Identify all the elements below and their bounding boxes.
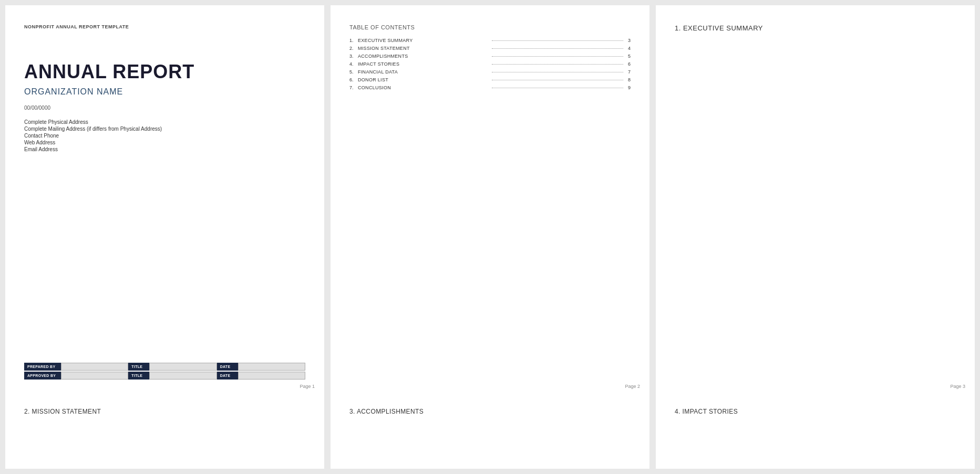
toc-dots (492, 56, 624, 57)
exec-summary-heading: 1. EXECUTIVE SUMMARY (675, 24, 956, 32)
signature-section: PREPARED BY TITLE DATE APPROVED BY TITLE… (24, 363, 305, 380)
toc-item: 1. EXECUTIVE SUMMARY 3 (349, 38, 631, 43)
address-line-2: Complete Mailing Address (if differs fro… (24, 126, 305, 132)
toc-dots (492, 64, 624, 65)
toc-item-num: 7. (349, 85, 358, 90)
page-2: TABLE OF CONTENTS 1. EXECUTIVE SUMMARY 3… (331, 5, 649, 395)
address-line-1: Complete Physical Address (24, 119, 305, 125)
title-value-1 (149, 363, 216, 371)
toc-item: 7. CONCLUSION 9 (349, 85, 631, 90)
toc-item-label: CONCLUSION (358, 85, 490, 90)
toc-item-num: 3. (349, 54, 358, 59)
page-3: 1. EXECUTIVE SUMMARY Page 3 (656, 5, 975, 395)
toc-item-page: 3 (625, 38, 631, 43)
page-5: 3. ACCOMPLISHMENTS (331, 395, 649, 469)
toc-dots (492, 80, 624, 80)
toc-dots (492, 40, 624, 41)
page-1: NONPROFIT ANNUAL REPORT TEMPLATE ANNUAL … (5, 5, 324, 395)
toc-item-label: DONOR LIST (358, 77, 490, 82)
toc-item-page: 7 (625, 69, 631, 75)
page-num-1: Page 1 (300, 384, 315, 389)
toc-item-page: 6 (625, 61, 631, 67)
accomplishments-heading: 3. ACCOMPLISHMENTS (349, 408, 631, 415)
org-name: ORGANIZATION NAME (24, 87, 305, 97)
address-line-3: Contact Phone (24, 133, 305, 139)
toc-title: TABLE OF CONTENTS (349, 24, 631, 30)
toc-item: 6. DONOR LIST 8 (349, 77, 631, 82)
annual-report-title: ANNUAL REPORT (24, 61, 305, 83)
toc-item-label: FINANCIAL DATA (358, 69, 490, 75)
title-label-1: TITLE (128, 363, 149, 371)
toc-item-page: 5 (625, 54, 631, 59)
template-label: NONPROFIT ANNUAL REPORT TEMPLATE (24, 24, 305, 29)
toc-item-page: 9 (625, 85, 631, 90)
date-value-1 (238, 363, 305, 371)
date-label-2: DATE (217, 372, 238, 380)
page-2-wrapper: TABLE OF CONTENTS 1. EXECUTIVE SUMMARY 3… (331, 5, 649, 395)
toc-item-label: EXECUTIVE SUMMARY (358, 38, 490, 43)
prepared-by-label: PREPARED BY (24, 363, 61, 371)
page-1-wrapper: NONPROFIT ANNUAL REPORT TEMPLATE ANNUAL … (5, 5, 324, 395)
toc-item-num: 4. (349, 61, 358, 67)
toc-item: 4. IMPACT STORIES 6 (349, 61, 631, 67)
toc-dots (492, 72, 624, 72)
impact-heading: 4. IMPACT STORIES (675, 408, 956, 415)
toc-item-label: MISSION STATEMENT (358, 46, 490, 51)
page-5-wrapper: 3. ACCOMPLISHMENTS (331, 395, 649, 469)
page-4: 2. MISSION STATEMENT (5, 395, 324, 469)
page-3-wrapper: 1. EXECUTIVE SUMMARY Page 3 (656, 5, 975, 395)
prepared-by-value (61, 363, 128, 371)
toc-item: 2. MISSION STATEMENT 4 (349, 46, 631, 51)
toc-dots (492, 88, 624, 88)
approved-by-label: APPROVED BY (24, 372, 61, 380)
toc-item: 5. FINANCIAL DATA 7 (349, 69, 631, 75)
page-4-wrapper: 2. MISSION STATEMENT (5, 395, 324, 469)
address-line-4: Web Address (24, 140, 305, 145)
date-label-1: DATE (217, 363, 238, 371)
toc-item-num: 6. (349, 77, 358, 82)
sig-row-approved: APPROVED BY TITLE DATE (24, 372, 305, 380)
page-num-3: Page 3 (950, 384, 965, 389)
approved-by-value (61, 372, 128, 380)
toc-item: 3. ACCOMPLISHMENTS 5 (349, 54, 631, 59)
toc-dots (492, 48, 624, 49)
toc-item-label: ACCOMPLISHMENTS (358, 54, 490, 59)
toc-item-num: 5. (349, 69, 358, 75)
toc-item-num: 1. (349, 38, 358, 43)
toc-item-page: 8 (625, 77, 631, 82)
address-line-5: Email Address (24, 146, 305, 152)
page-6: 4. IMPACT STORIES (656, 395, 975, 469)
title-label-2: TITLE (128, 372, 149, 380)
address-block: Complete Physical Address Complete Maili… (24, 119, 305, 152)
sig-row-prepared: PREPARED BY TITLE DATE (24, 363, 305, 371)
date-value-2 (238, 372, 305, 380)
mission-heading: 2. MISSION STATEMENT (24, 408, 305, 415)
toc-item-num: 2. (349, 46, 358, 51)
page-num-2: Page 2 (625, 384, 640, 389)
toc-list: 1. EXECUTIVE SUMMARY 3 2. MISSION STATEM… (349, 38, 631, 93)
toc-item-page: 4 (625, 46, 631, 51)
page-6-wrapper: 4. IMPACT STORIES (656, 395, 975, 469)
toc-item-label: IMPACT STORIES (358, 61, 490, 67)
title-value-2 (149, 372, 216, 380)
date-field: 00/00/0000 (24, 105, 305, 111)
